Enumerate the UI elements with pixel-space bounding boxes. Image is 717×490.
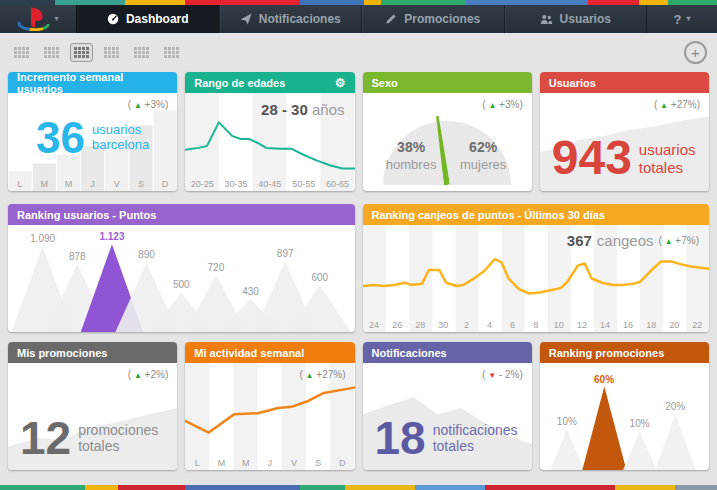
card-title: Rango de edades: [194, 77, 285, 89]
triangle-value-label: 600: [312, 272, 329, 283]
axis-tick-label: S: [306, 458, 330, 468]
layout-toolbar: +: [0, 37, 717, 67]
add-widget-button[interactable]: +: [684, 41, 707, 64]
card-header: Usuarios: [540, 72, 709, 93]
card-title: Mi actividad semanal: [194, 347, 304, 359]
trend-down-icon: ▼: [488, 371, 496, 380]
stat-value: 12: [20, 419, 71, 458]
triangle-value-label: 897: [277, 248, 294, 259]
axis-labels: 20-2530-3540-4550-5560-65: [185, 179, 354, 189]
axis-tick-label: 2: [455, 320, 478, 330]
triangle-value-label: 430: [242, 286, 259, 297]
layout-grid-icon-2[interactable]: [40, 43, 63, 62]
dashboard-row-1: Incremento semanal usuarios LMMJVSD ( ▲ …: [0, 72, 717, 191]
color-stripe-segment: [185, 485, 300, 490]
trend-badge: ( ▼ - 2%): [482, 369, 523, 380]
users-icon: [540, 14, 553, 25]
layout-grid-icon-1[interactable]: [10, 43, 33, 62]
triangle-value-label: 10%: [557, 416, 577, 427]
triangle-value-label: 60%: [594, 374, 614, 385]
axis-tick-label: 14: [593, 320, 616, 330]
color-stripe-segment: [300, 485, 345, 490]
playstation-logo-menu[interactable]: ▾: [0, 5, 76, 33]
male-label: hombres: [386, 157, 437, 172]
card-body: ( ▲ +2%) 12 promociones totales: [8, 363, 177, 470]
tab-usuarios[interactable]: Usuarios: [504, 5, 647, 33]
card-mis-promociones: Mis promociones ( ▲ +2%) 12 promociones …: [8, 342, 177, 470]
card-ranking-promociones: Ranking promociones 10%60%10%20%: [540, 342, 709, 470]
layout-grid-icon-5[interactable]: [130, 43, 153, 62]
axis-tick-label: M: [234, 458, 258, 468]
female-percent: 62%: [453, 139, 513, 155]
paper-plane-icon: [240, 13, 252, 25]
trend-up-icon: ▲: [660, 101, 668, 110]
axis-tick-label: 28: [409, 320, 432, 330]
card-header: Notificaciones: [363, 342, 532, 363]
card-ranking-canjeos: Ranking canjeos de puntos - Últimos 30 d…: [363, 204, 710, 332]
chevron-down-icon: ▾: [54, 15, 58, 23]
card-header: Ranking canjeos de puntos - Últimos 30 d…: [363, 204, 710, 225]
help-menu[interactable]: ? ▾: [646, 5, 717, 33]
trend-up-icon: ▲: [134, 101, 142, 110]
layout-grid-icon-6[interactable]: [160, 43, 183, 62]
axis-labels: 24262830246810121416182022: [363, 320, 710, 330]
layout-grid-icon-3[interactable]: [70, 43, 93, 62]
card-title: Ranking canjeos de puntos - Últimos 30 d…: [372, 209, 606, 221]
stat-block: 943 usuarios totales: [552, 138, 696, 179]
points-ranking-triangle-chart: 1.0908781.123890500720430897600: [8, 225, 355, 332]
card-header: Ranking promociones: [540, 342, 709, 363]
axis-tick-label: 60-65: [321, 179, 355, 189]
card-body: 10%60%10%20%: [540, 363, 709, 470]
tab-dashboard[interactable]: Dashboard: [76, 5, 219, 33]
color-stripe-segment: [0, 485, 85, 490]
triangle-value-label: 500: [173, 279, 190, 290]
card-title: Usuarios: [549, 77, 596, 89]
bottom-color-stripe: [0, 485, 717, 490]
layout-grid-icon-4[interactable]: [100, 43, 123, 62]
stat-caption: usuarios totales: [639, 141, 696, 176]
card-header: Mis promociones: [8, 342, 177, 363]
trend-badge: ( ▲ +27%): [654, 99, 700, 110]
triangle-value-label: 720: [208, 262, 225, 273]
axis-labels: LMMJVSD: [8, 179, 177, 189]
axis-tick-label: 30-35: [219, 179, 253, 189]
axis-tick-label: 20-25: [185, 179, 219, 189]
color-stripe-segment: [615, 485, 675, 490]
chevron-down-icon: ▾: [686, 15, 690, 23]
male-percent: 38%: [381, 139, 441, 155]
tab-notificaciones[interactable]: Notificaciones: [219, 5, 362, 33]
card-title: Notificaciones: [372, 347, 447, 359]
gear-icon[interactable]: ⚙: [335, 77, 346, 89]
tab-label: Dashboard: [126, 12, 189, 26]
dashboard-gauge-icon: [107, 13, 119, 25]
axis-tick-label: 24: [363, 320, 386, 330]
axis-tick-label: 16: [617, 320, 640, 330]
axis-tick-label: J: [81, 179, 105, 189]
card-notificaciones: Notificaciones ( ▼ - 2%) 18 notificacion…: [363, 342, 532, 470]
card-title: Ranking usuarios - Puntos: [17, 209, 156, 221]
card-body: 1.0908781.123890500720430897600: [8, 225, 355, 332]
axis-tick-label: L: [8, 179, 32, 189]
axis-tick-label: 22: [686, 320, 709, 330]
card-body: 24262830246810121416182022 367 cangeos (…: [363, 225, 710, 332]
triangle-value-label: 1.090: [30, 233, 55, 244]
axis-tick-label: 4: [478, 320, 501, 330]
card-body: LMMJVSD ( ▲ +27%): [185, 363, 354, 470]
help-label: ?: [674, 12, 682, 27]
card-header: Mi actividad semanal: [185, 342, 354, 363]
age-range-strong: 28 - 30: [261, 101, 308, 118]
stat-caption: cangeos: [597, 232, 654, 249]
promotions-ranking-triangle-chart: 10%60%10%20%: [540, 363, 709, 470]
stat-value: 943: [552, 138, 632, 179]
axis-tick-label: M: [56, 179, 80, 189]
color-stripe-segment: [118, 485, 185, 490]
axis-tick-label: 18: [640, 320, 663, 330]
female-label: mujeres: [460, 157, 506, 172]
axis-tick-label: M: [209, 458, 233, 468]
axis-tick-label: 6: [501, 320, 524, 330]
axis-tick-label: V: [105, 179, 129, 189]
triangle-value-label: 20%: [665, 401, 685, 412]
card-header: Rango de edades ⚙: [185, 72, 354, 93]
tab-promociones[interactable]: Promociones: [361, 5, 504, 33]
stat-caption: notificaciones totales: [433, 422, 518, 454]
